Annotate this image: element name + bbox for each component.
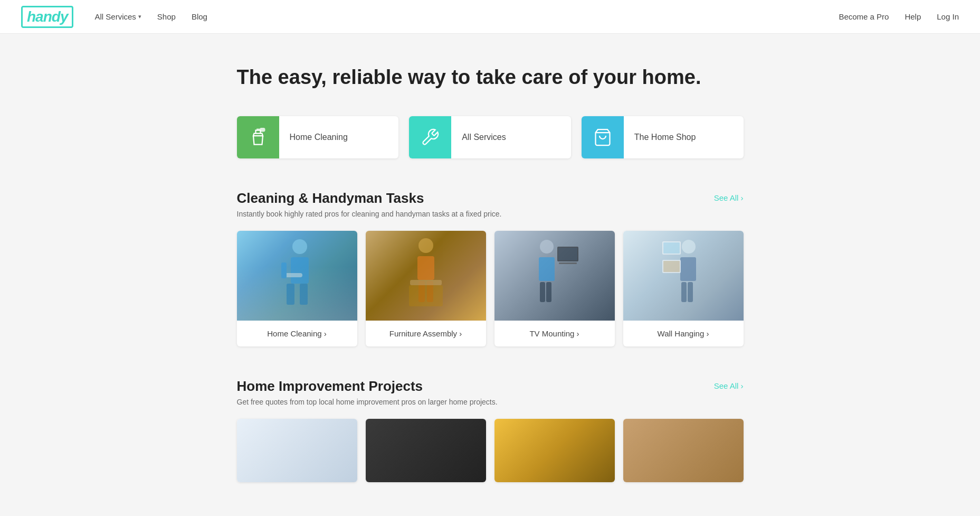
svg-rect-3 xyxy=(291,257,309,284)
task-card-image-home-cleaning xyxy=(237,231,357,321)
nav-become-pro[interactable]: Become a Pro xyxy=(839,12,889,21)
feature-cards-row: Home Cleaning All Services The Home Shop xyxy=(237,116,744,158)
improvement-cards-grid xyxy=(237,419,744,482)
improvement-section-header: Home Improvement Projects See All › xyxy=(237,378,744,395)
feature-card-all-services[interactable]: All Services xyxy=(409,116,571,158)
nav-blog[interactable]: Blog xyxy=(192,12,207,21)
cleaning-section-subtitle: Instantly book highly rated pros for cle… xyxy=(237,210,744,218)
svg-rect-16 xyxy=(540,282,545,302)
svg-rect-0 xyxy=(260,128,264,131)
feature-card-the-home-shop[interactable]: The Home Shop xyxy=(582,116,744,158)
nav-left: All Services ▾ Shop Blog xyxy=(94,12,839,21)
feature-card-home-cleaning[interactable]: Home Cleaning xyxy=(237,116,399,158)
the-home-shop-icon-box xyxy=(582,116,624,158)
all-services-icon-box xyxy=(409,116,451,158)
task-cards-grid: Home Cleaning › Furniture Assembly › xyxy=(237,231,744,346)
task-card-label-tv-mounting: TV Mounting › xyxy=(494,321,615,346)
wall-hanging-illustration xyxy=(623,231,744,321)
task-card-wall-hanging[interactable]: Wall Hanging › xyxy=(623,231,744,346)
nav-help[interactable]: Help xyxy=(905,12,921,21)
hero-title: The easy, reliable way to take care of y… xyxy=(237,65,744,90)
task-card-label-furniture-assembly: Furniture Assembly › xyxy=(366,321,486,346)
feature-label-all-services: All Services xyxy=(451,133,517,142)
nav-all-services[interactable]: All Services ▾ xyxy=(94,12,141,21)
svg-rect-22 xyxy=(680,257,696,281)
task-card-image-tv-mounting xyxy=(494,231,615,321)
svg-rect-12 xyxy=(410,280,442,285)
improvement-section-subtitle: Get free quotes from top local home impr… xyxy=(237,398,744,406)
svg-rect-24 xyxy=(688,282,693,302)
nav-right: Become a Pro Help Log In xyxy=(839,12,959,21)
nav-shop[interactable]: Shop xyxy=(157,12,176,21)
improvement-see-all-link[interactable]: See All › xyxy=(714,381,744,390)
improvement-card-image-1 xyxy=(237,419,357,482)
svg-rect-15 xyxy=(539,257,555,281)
svg-rect-4 xyxy=(287,284,294,305)
improvement-card-image-2 xyxy=(366,419,486,482)
task-card-furniture-assembly[interactable]: Furniture Assembly › xyxy=(366,231,486,346)
svg-rect-9 xyxy=(417,256,434,280)
svg-point-2 xyxy=(292,239,307,254)
feature-label-the-home-shop: The Home Shop xyxy=(624,133,707,142)
nav-login[interactable]: Log In xyxy=(937,12,959,21)
spray-icon xyxy=(249,128,268,147)
svg-rect-26 xyxy=(663,242,680,254)
tv-mounting-illustration xyxy=(494,231,615,321)
svg-rect-20 xyxy=(559,262,577,264)
svg-rect-28 xyxy=(663,261,680,272)
chevron-down-icon: ▾ xyxy=(138,13,141,20)
improvement-card-3[interactable] xyxy=(494,419,615,482)
improvement-card-2[interactable] xyxy=(366,419,486,482)
home-cleaning-icon-box xyxy=(237,116,279,158)
svg-rect-17 xyxy=(546,282,551,302)
task-card-label-home-cleaning: Home Cleaning › xyxy=(237,321,357,346)
cleaning-section-header: Cleaning & Handyman Tasks See All › xyxy=(237,190,744,207)
svg-point-14 xyxy=(540,240,554,254)
improvement-card-image-4 xyxy=(623,419,744,482)
svg-rect-5 xyxy=(300,284,308,305)
task-card-image-wall-hanging xyxy=(623,231,744,321)
svg-point-21 xyxy=(682,240,696,254)
svg-rect-7 xyxy=(281,262,287,278)
task-card-image-furniture xyxy=(366,231,486,321)
cleaning-see-all-link[interactable]: See All › xyxy=(714,193,744,202)
cart-icon xyxy=(593,128,612,147)
task-card-home-cleaning[interactable]: Home Cleaning › xyxy=(237,231,357,346)
furniture-illustration xyxy=(366,231,486,321)
improvement-card-1[interactable] xyxy=(237,419,357,482)
task-card-label-wall-hanging: Wall Hanging › xyxy=(623,321,744,346)
main-content: The easy, reliable way to take care of y… xyxy=(226,34,754,503)
task-card-tv-mounting[interactable]: TV Mounting › xyxy=(494,231,615,346)
improvement-card-image-3 xyxy=(494,419,615,482)
feature-label-home-cleaning: Home Cleaning xyxy=(279,133,358,142)
svg-rect-23 xyxy=(681,282,687,302)
svg-rect-13 xyxy=(409,285,443,306)
svg-point-8 xyxy=(418,238,433,253)
svg-rect-19 xyxy=(558,248,577,260)
home-cleaning-illustration xyxy=(237,231,357,321)
wrench-icon xyxy=(421,128,440,147)
improvement-card-4[interactable] xyxy=(623,419,744,482)
improvement-section-title: Home Improvement Projects xyxy=(237,378,423,395)
cleaning-section-title: Cleaning & Handyman Tasks xyxy=(237,190,424,207)
header: handy All Services ▾ Shop Blog Become a … xyxy=(0,0,980,34)
logo[interactable]: handy xyxy=(21,6,73,28)
